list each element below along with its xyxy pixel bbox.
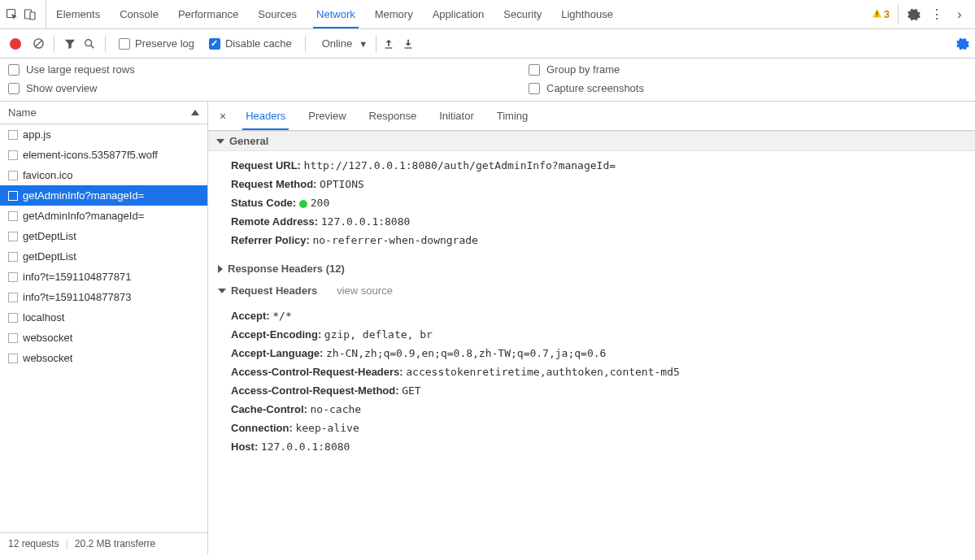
capture-screenshots-checkbox[interactable]: Capture screenshots [529,82,644,94]
header-value: 200 [311,197,329,209]
top-tab-elements[interactable]: Elements [46,0,110,28]
detail-tab-initiator[interactable]: Initiator [428,102,485,130]
file-icon [8,171,18,180]
request-row[interactable]: getAdminInfo?manageId= [0,185,207,206]
request-row[interactable]: info?t=1591104877873 [0,287,207,307]
detail-tab-preview[interactable]: Preview [297,102,357,130]
preserve-log-checkbox[interactable]: Preserve log [114,37,199,50]
top-tab-sources[interactable]: Sources [248,0,307,28]
top-tab-console[interactable]: Console [110,0,168,28]
general-section-body: Request URL: http://127.0.0.1:8080/auth/… [208,151,975,258]
top-tab-lighthouse[interactable]: Lighthouse [551,0,623,28]
header-value: accesstokenretiretime,authtoken,content-… [406,366,680,378]
chevron-right-icon[interactable]: › [952,7,967,22]
header-key: Status Code: [231,197,299,209]
header-value: */* [272,310,291,322]
svg-rect-3 [877,11,877,15]
header-row: Accept: */* [231,306,967,325]
detail-tab-response[interactable]: Response [358,102,429,130]
svg-line-8 [91,45,94,48]
general-section-header[interactable]: General [208,131,975,151]
header-key: Request URL: [231,159,304,171]
file-icon [8,272,18,282]
close-detail-icon[interactable]: × [211,110,234,123]
disable-cache-checkbox[interactable]: ✓ Disable cache [204,37,297,50]
request-row[interactable]: localhost [0,307,207,328]
request-headers-section-header[interactable]: Request Headers view source [208,280,975,302]
request-row[interactable]: websocket [0,348,207,368]
show-overview-checkbox[interactable]: Show overview [8,82,496,94]
top-tab-memory[interactable]: Memory [365,0,423,28]
header-key: Accept-Encoding: [231,328,324,341]
top-tab-application[interactable]: Application [423,0,494,28]
detail-tabs: × HeadersPreviewResponseInitiatorTiming [208,102,975,131]
group-by-frame-checkbox[interactable]: Group by frame [529,63,644,76]
header-key: Referrer Policy: [231,234,312,246]
triangle-down-icon [218,289,226,293]
name-column-header[interactable]: Name [0,102,207,124]
response-headers-section-header[interactable]: Response Headers (12) [208,258,975,280]
clear-icon[interactable] [31,37,46,51]
search-icon[interactable] [82,37,97,51]
toolbar-separator [105,36,106,52]
top-tab-list: ElementsConsolePerformanceSourcesNetwork… [46,0,623,28]
upload-icon[interactable] [381,37,396,51]
svg-line-6 [35,41,41,47]
throttle-select[interactable]: Online ▼ [314,35,377,53]
disable-cache-label: Disable cache [225,37,292,50]
request-row[interactable]: element-icons.535877f5.woff [0,145,207,165]
detail-tab-headers[interactable]: Headers [234,102,297,130]
use-large-rows-checkbox[interactable]: Use large request rows [8,63,496,76]
filter-icon[interactable] [63,37,77,51]
checkbox-icon [529,83,540,94]
file-icon [8,191,18,201]
header-value: no-cache [311,403,362,415]
request-headers-title: Request Headers [231,284,317,297]
network-options-bar: Use large request rows Show overview Gro… [0,59,975,102]
request-row[interactable]: getAdminInfo?manageId= [0,206,207,226]
header-value: 127.0.0.1:8080 [321,215,411,228]
header-value: keep-alive [295,422,359,434]
header-key: Accept-Language: [231,347,326,359]
settings-gear-icon[interactable] [907,7,921,22]
header-key: Access-Control-Request-Headers: [231,366,406,378]
checkbox-icon [8,83,20,94]
file-icon [8,354,18,363]
header-row: Access-Control-Request-Headers: accessto… [231,362,967,381]
response-headers-title: Response Headers (12) [228,263,345,275]
top-tab-performance[interactable]: Performance [168,0,248,28]
header-value: no-referrer-when-downgrade [312,234,478,246]
request-row[interactable]: info?t=1591104877871 [0,267,207,287]
top-tab-security[interactable]: Security [494,0,551,28]
warnings-badge[interactable]: 3 [872,4,899,24]
view-source-link[interactable]: view source [337,284,393,297]
show-overview-label: Show overview [26,82,97,94]
request-row[interactable]: websocket [0,328,207,348]
header-row: Request URL: http://127.0.0.1:8080/auth/… [231,156,967,175]
download-icon[interactable] [401,37,416,51]
record-button[interactable] [10,38,21,50]
file-icon [8,313,18,323]
request-row[interactable]: favicon.ico [0,165,207,185]
request-name: info?t=1591104877873 [23,291,131,303]
devtools-top-tabs: ElementsConsolePerformanceSourcesNetwork… [0,0,975,29]
name-column-label: Name [8,106,37,119]
requests-count: 12 requests [8,538,59,549]
request-row[interactable]: getDeptList [0,246,207,267]
detail-tab-timing[interactable]: Timing [485,102,540,130]
top-right-controls: 3 ⋮ › [872,0,970,28]
network-settings-gear-icon[interactable] [955,37,970,51]
request-name: getDeptList [23,230,76,242]
toggle-device-icon[interactable] [23,7,37,22]
request-row[interactable]: getDeptList [0,226,207,246]
header-key: Access-Control-Request-Method: [231,384,402,397]
top-tab-network[interactable]: Network [307,0,365,28]
more-vert-icon[interactable]: ⋮ [929,7,944,22]
header-row: Status Code: 200 [231,193,967,212]
request-row[interactable]: app.js [0,124,207,145]
capture-screenshots-label: Capture screenshots [546,82,644,94]
top-left-icon-group [5,0,46,28]
preserve-log-label: Preserve log [135,37,194,50]
inspect-element-icon[interactable] [5,7,20,22]
group-by-frame-label: Group by frame [546,63,620,76]
